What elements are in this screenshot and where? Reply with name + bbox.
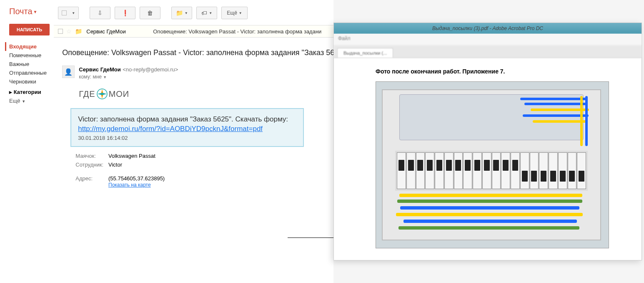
to-line: кому: мне ▼: [79, 74, 178, 80]
star-icon[interactable]: ☆: [66, 28, 72, 35]
email-subject: Оповещение: Volkswagen Passat - Victor: …: [62, 48, 343, 57]
archive-icon: ⇩: [98, 10, 103, 16]
nav-inbox[interactable]: Входящие: [5, 42, 50, 51]
nav-more[interactable]: Ещё ▼: [9, 96, 50, 105]
checkbox-icon: [62, 10, 67, 15]
value-tracker: Volkswagen Passat: [108, 152, 169, 160]
acrobat-tabs: Выдача_посылки (...: [334, 45, 641, 58]
notification-text: Victor: заполнена форма задания "Заказ 5…: [78, 114, 296, 125]
wires-top: [520, 94, 588, 149]
arrow-line: [288, 238, 336, 238]
folder-icon: 📁: [176, 10, 183, 16]
mail-list-row[interactable]: ☆ 📁 Сервис ГдеМои Оповещение: Volkswagen…: [54, 25, 347, 38]
caret-down-icon[interactable]: ▼: [103, 75, 107, 79]
table-row: Адрес: (55.754605,37.623895) Показать на…: [75, 174, 169, 189]
caret-down-icon: ▼: [72, 11, 75, 15]
tag-icon: 🏷: [201, 10, 207, 16]
sender-avatar: 👤: [62, 66, 75, 78]
acrobat-window: Выдача_посылки (3).pdf - Adobe Acrobat P…: [333, 23, 642, 260]
trash-icon: 🗑: [147, 10, 153, 16]
compass-icon: [96, 88, 108, 100]
brand-logo: ГДЕ МОИ: [79, 88, 343, 100]
mail-app-title[interactable]: Почта▼: [9, 7, 50, 16]
nav-important[interactable]: Важные: [9, 60, 50, 68]
labels-button[interactable]: 🏷▼: [196, 7, 217, 19]
archive-button[interactable]: ⇩: [90, 7, 110, 19]
nav-starred[interactable]: Помеченные: [9, 51, 50, 60]
person-icon: 👤: [64, 68, 73, 76]
acrobat-menubar[interactable]: Файл: [334, 34, 641, 45]
acrobat-tab[interactable]: Выдача_посылки (...: [337, 48, 393, 58]
mail-app-title-text: Почта: [9, 7, 33, 16]
from-name: Сервис ГдеМои: [79, 66, 121, 73]
caret-down-icon: ▼: [185, 11, 188, 15]
nav-categories[interactable]: ▸ Категории: [9, 88, 50, 96]
attachment-photo: [376, 81, 609, 248]
spam-icon: ❗: [122, 10, 129, 16]
notification-date: 30.01.2018 16:14:02: [78, 135, 296, 141]
nav-sent[interactable]: Отправленные: [9, 68, 50, 77]
gmail-sidebar: Почта▼ НАПИСАТЬ Входящие Помеченные Важн…: [0, 0, 54, 283]
value-address: (55.754605,37.623895): [108, 175, 165, 182]
gmail-toolbar: ▼ ⇩ ❗ 🗑 📁▼ 🏷▼ Ещё▼: [54, 3, 347, 25]
caret-down-icon: ▼: [239, 11, 242, 15]
document-heading: Фото после окончания работ. Приложение 7…: [376, 68, 629, 75]
from-address: <no-reply@gdemoi.ru>: [123, 66, 178, 73]
table-row: Маячок: Volkswagen Passat: [75, 152, 169, 160]
acrobat-title-text: Выдача_посылки (3).pdf - Adobe Acrobat P…: [432, 25, 543, 31]
acrobat-titlebar[interactable]: Выдача_посылки (3).pdf - Adobe Acrobat P…: [334, 23, 641, 34]
email-header: 👤 Сервис ГдеМои <no-reply@gdemoi.ru> ком…: [62, 66, 343, 80]
label-address: Адрес:: [75, 174, 108, 189]
compose-button[interactable]: НАПИСАТЬ: [9, 24, 50, 35]
select-all-button[interactable]: ▼: [58, 7, 79, 19]
value-employee: Victor: [108, 161, 169, 169]
din-rail: [395, 151, 588, 191]
move-to-button[interactable]: 📁▼: [171, 7, 192, 19]
wires-bottom: [395, 190, 588, 235]
electrical-panel: [382, 89, 601, 240]
row-sender: Сервис ГдеМои: [86, 28, 153, 35]
label-icon[interactable]: 📁: [75, 28, 82, 35]
row-checkbox[interactable]: [58, 29, 63, 34]
notification-box: Victor: заполнена форма задания "Заказ 5…: [70, 108, 304, 147]
row-subject: Оповещение: Volkswagen Passat - Victor: …: [153, 28, 321, 35]
more-actions-button[interactable]: Ещё▼: [221, 7, 247, 19]
report-spam-button[interactable]: ❗: [115, 7, 135, 19]
show-on-map-link[interactable]: Показать на карте: [108, 182, 151, 188]
email-view: Оповещение: Volkswagen Passat - Victor: …: [54, 38, 347, 194]
label-tracker: Маячок:: [75, 152, 108, 160]
nav-drafts[interactable]: Черновики: [9, 77, 50, 86]
download-form-link[interactable]: http://my.gdemoi.ru/form/?id=AOBDiYD9pck…: [78, 125, 263, 133]
label-employee: Сотрудник:: [75, 161, 108, 169]
table-row: Сотрудник: Victor: [75, 161, 169, 169]
caret-down-icon: ▼: [209, 11, 212, 15]
acrobat-document: Фото после окончания работ. Приложение 7…: [334, 58, 641, 257]
caret-down-icon: ▼: [33, 10, 38, 14]
gmail-window: Почта▼ НАПИСАТЬ Входящие Помеченные Важн…: [0, 0, 333, 283]
delete-button[interactable]: 🗑: [140, 7, 160, 19]
info-table: Маячок: Volkswagen Passat Сотрудник: Vic…: [75, 151, 170, 190]
